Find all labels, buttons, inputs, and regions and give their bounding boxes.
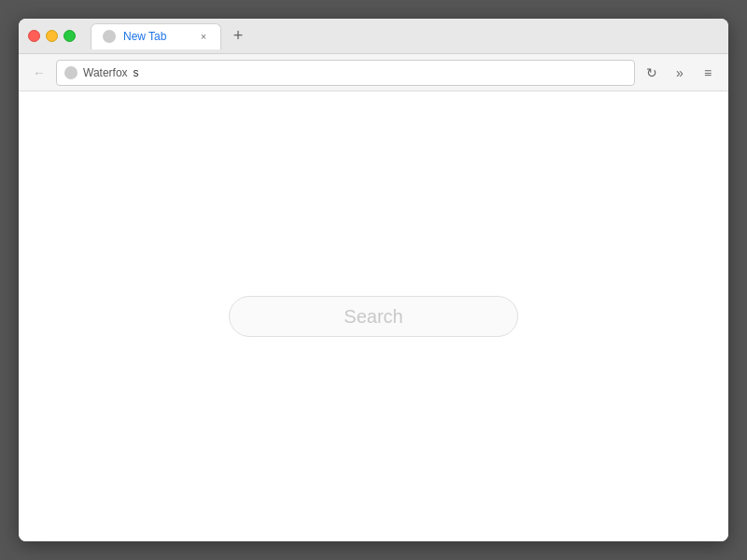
active-tab[interactable]: New Tab × — [91, 23, 221, 49]
title-bar: New Tab × + — [19, 19, 728, 54]
address-favicon — [64, 66, 78, 79]
close-button[interactable] — [28, 30, 40, 42]
address-bar[interactable]: Waterfox — [56, 60, 635, 86]
browser-window: New Tab × + ← Waterfox ↻ » ≡ — [19, 19, 728, 541]
menu-button[interactable]: ≡ — [695, 60, 721, 86]
menu-icon: ≡ — [704, 65, 712, 80]
nav-right-controls: ↻ » ≡ — [639, 60, 721, 86]
maximize-button[interactable] — [63, 30, 76, 42]
traffic-lights — [28, 30, 76, 42]
nav-bar: ← Waterfox ↻ » ≡ — [19, 54, 728, 91]
reload-icon: ↻ — [646, 65, 657, 80]
address-brand: Waterfox — [83, 66, 128, 79]
new-tab-button[interactable]: + — [225, 23, 251, 49]
tabs-area: New Tab × + — [83, 23, 719, 49]
back-icon: ← — [33, 65, 46, 80]
back-button[interactable]: ← — [26, 60, 52, 86]
overflow-icon: » — [676, 65, 684, 80]
overflow-button[interactable]: » — [667, 60, 693, 86]
address-input[interactable] — [134, 66, 627, 79]
reload-button[interactable]: ↻ — [639, 60, 665, 86]
search-placeholder: Search — [344, 306, 402, 328]
page-content: Search — [19, 91, 728, 541]
search-box[interactable]: Search — [229, 296, 518, 337]
tab-title: New Tab — [123, 30, 189, 43]
tab-close-button[interactable]: × — [196, 29, 211, 44]
tab-favicon — [103, 30, 116, 43]
minimize-button[interactable] — [46, 30, 58, 42]
